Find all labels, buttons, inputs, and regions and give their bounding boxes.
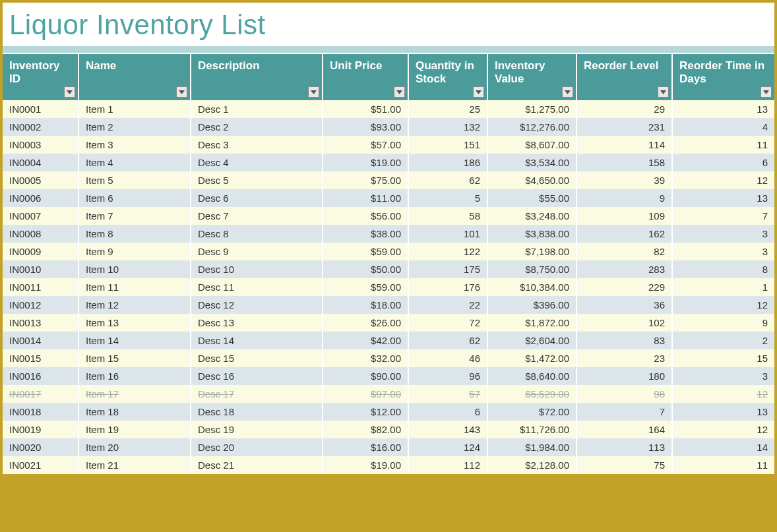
cell-qty[interactable]: 186 (408, 154, 487, 171)
cell-reord[interactable]: 229 (576, 278, 672, 296)
cell-reord[interactable]: 164 (576, 421, 672, 438)
cell-price[interactable]: $50.00 (323, 260, 408, 278)
cell-reord[interactable]: 39 (576, 171, 672, 189)
table-row[interactable]: IN0015Item 15Desc 15$32.0046$1,472.00231… (3, 349, 774, 367)
cell-id[interactable]: IN0011 (3, 278, 78, 296)
cell-days[interactable]: 3 (672, 367, 774, 385)
table-row[interactable]: IN0019Item 19Desc 19$82.00143$11,726.001… (3, 421, 774, 438)
cell-days[interactable]: 2 (672, 332, 774, 349)
cell-name[interactable]: Item 11 (78, 278, 191, 296)
cell-qty[interactable]: 124 (408, 438, 487, 456)
cell-price[interactable]: $18.00 (323, 296, 408, 314)
cell-price[interactable]: $56.00 (323, 207, 408, 225)
column-header-val[interactable]: Inventory Value (487, 54, 576, 100)
column-header-desc[interactable]: Description (191, 54, 323, 100)
cell-qty[interactable]: 62 (408, 171, 487, 189)
cell-qty[interactable]: 57 (408, 385, 487, 403)
cell-name[interactable]: Item 7 (78, 207, 191, 225)
cell-price[interactable]: $42.00 (323, 332, 408, 349)
cell-val[interactable]: $1,984.00 (487, 438, 576, 456)
cell-days[interactable]: 4 (672, 118, 774, 136)
cell-val[interactable]: $4,650.00 (487, 171, 576, 189)
cell-price[interactable]: $51.00 (323, 100, 408, 118)
table-row[interactable]: IN0013Item 13Desc 13$26.0072$1,872.00102… (3, 314, 774, 332)
cell-name[interactable]: Item 20 (78, 438, 191, 456)
cell-price[interactable]: $38.00 (323, 225, 408, 243)
cell-desc[interactable]: Desc 11 (191, 278, 323, 296)
table-row[interactable]: IN0006Item 6Desc 6$11.005$55.00913 (3, 189, 774, 207)
cell-qty[interactable]: 22 (408, 296, 487, 314)
cell-price[interactable]: $59.00 (323, 243, 408, 260)
filter-dropdown-icon[interactable] (658, 86, 669, 98)
cell-val[interactable]: $10,384.00 (487, 278, 576, 296)
cell-val[interactable]: $8,640.00 (487, 367, 576, 385)
cell-days[interactable]: 12 (672, 171, 774, 189)
filter-dropdown-icon[interactable] (761, 86, 772, 98)
cell-reord[interactable]: 98 (576, 385, 672, 403)
table-row[interactable]: IN0001Item 1Desc 1$51.0025$1,275.002913 (3, 100, 774, 118)
filter-dropdown-icon[interactable] (308, 86, 319, 98)
cell-desc[interactable]: Desc 10 (191, 260, 323, 278)
cell-qty[interactable]: 176 (408, 278, 487, 296)
cell-reord[interactable]: 7 (576, 403, 672, 421)
cell-val[interactable]: $7,198.00 (487, 243, 576, 260)
cell-qty[interactable]: 143 (408, 421, 487, 438)
cell-id[interactable]: IN0021 (3, 456, 78, 474)
cell-reord[interactable]: 9 (576, 189, 672, 207)
cell-name[interactable]: Item 5 (78, 171, 191, 189)
table-row[interactable]: IN0010Item 10Desc 10$50.00175$8,750.0028… (3, 260, 774, 278)
cell-name[interactable]: Item 13 (78, 314, 191, 332)
cell-id[interactable]: IN0005 (3, 171, 78, 189)
cell-desc[interactable]: Desc 20 (191, 438, 323, 456)
cell-price[interactable]: $82.00 (323, 421, 408, 438)
cell-days[interactable]: 7 (672, 207, 774, 225)
table-row[interactable]: IN0017Item 17Desc 17$97.0057$5,529.00981… (3, 385, 774, 403)
cell-val[interactable]: $55.00 (487, 189, 576, 207)
cell-price[interactable]: $97.00 (323, 385, 408, 403)
cell-qty[interactable]: 72 (408, 314, 487, 332)
cell-days[interactable]: 3 (672, 225, 774, 243)
cell-id[interactable]: IN0010 (3, 260, 78, 278)
cell-val[interactable]: $396.00 (487, 296, 576, 314)
cell-val[interactable]: $8,607.00 (487, 136, 576, 154)
cell-desc[interactable]: Desc 19 (191, 421, 323, 438)
cell-reord[interactable]: 83 (576, 332, 672, 349)
cell-days[interactable]: 13 (672, 403, 774, 421)
cell-val[interactable]: $1,472.00 (487, 349, 576, 367)
cell-qty[interactable]: 151 (408, 136, 487, 154)
cell-qty[interactable]: 5 (408, 189, 487, 207)
cell-desc[interactable]: Desc 6 (191, 189, 323, 207)
cell-name[interactable]: Item 15 (78, 349, 191, 367)
filter-dropdown-icon[interactable] (562, 86, 573, 98)
table-row[interactable]: IN0004Item 4Desc 4$19.00186$3,534.001586 (3, 154, 774, 171)
cell-id[interactable]: IN0019 (3, 421, 78, 438)
cell-qty[interactable]: 62 (408, 332, 487, 349)
cell-id[interactable]: IN0016 (3, 367, 78, 385)
cell-reord[interactable]: 158 (576, 154, 672, 171)
cell-desc[interactable]: Desc 15 (191, 349, 323, 367)
cell-id[interactable]: IN0001 (3, 100, 78, 118)
cell-name[interactable]: Item 2 (78, 118, 191, 136)
cell-qty[interactable]: 46 (408, 349, 487, 367)
cell-price[interactable]: $12.00 (323, 403, 408, 421)
cell-id[interactable]: IN0008 (3, 225, 78, 243)
cell-id[interactable]: IN0020 (3, 438, 78, 456)
table-row[interactable]: IN0009Item 9Desc 9$59.00122$7,198.00823 (3, 243, 774, 260)
cell-desc[interactable]: Desc 13 (191, 314, 323, 332)
cell-val[interactable]: $1,872.00 (487, 314, 576, 332)
column-header-price[interactable]: Unit Price (323, 54, 408, 100)
cell-name[interactable]: Item 18 (78, 403, 191, 421)
cell-val[interactable]: $11,726.00 (487, 421, 576, 438)
cell-days[interactable]: 11 (672, 136, 774, 154)
cell-qty[interactable]: 132 (408, 118, 487, 136)
cell-id[interactable]: IN0009 (3, 243, 78, 260)
cell-price[interactable]: $11.00 (323, 189, 408, 207)
cell-val[interactable]: $8,750.00 (487, 260, 576, 278)
column-header-reord[interactable]: Reorder Level (576, 54, 672, 100)
filter-dropdown-icon[interactable] (394, 86, 405, 98)
cell-price[interactable]: $26.00 (323, 314, 408, 332)
cell-name[interactable]: Item 6 (78, 189, 191, 207)
column-header-qty[interactable]: Quantity in Stock (408, 54, 487, 100)
filter-dropdown-icon[interactable] (176, 86, 187, 98)
cell-desc[interactable]: Desc 16 (191, 367, 323, 385)
